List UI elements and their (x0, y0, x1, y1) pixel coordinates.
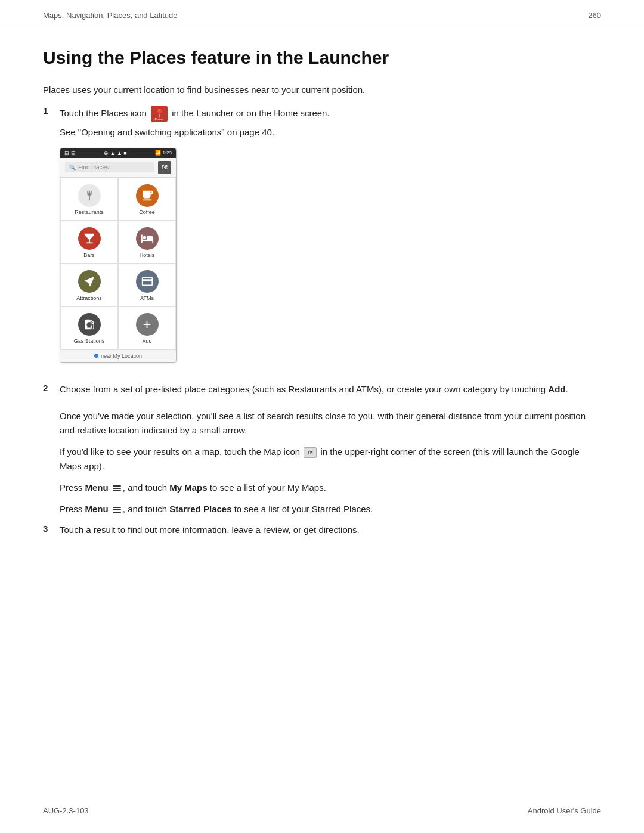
phone-status-bar: ⊟ ⊟ ⊕ ▲ ▲ ■ 📶 1:23 (60, 148, 176, 158)
search-placeholder: Find places (78, 164, 109, 171)
bars-label: Bars (83, 252, 95, 258)
step-3-content: Touch a result to find out more informat… (60, 524, 601, 541)
restaurants-label: Restaurants (75, 209, 104, 215)
grid-item-restaurants[interactable]: Restaurants (60, 178, 118, 221)
phone-search-input[interactable]: 🔍 Find places (65, 162, 154, 172)
step-2-text: Choose from a set of pre-listed place ca… (60, 383, 601, 397)
coffee-label: Coffee (139, 209, 154, 215)
step-2-para3: If you'd like to see your results on a m… (60, 445, 601, 473)
map-icon-inline: 🗺 (304, 447, 317, 458)
add-label: Add (142, 338, 151, 344)
restaurants-icon (78, 184, 101, 207)
atms-icon (136, 270, 159, 293)
step-1-content: Touch the Places icon in the Launcher or… (60, 106, 601, 373)
step-2: 2 Choose from a set of pre-listed place … (43, 383, 601, 400)
page-footer: AUG-2.3-103 Android User's Guide (0, 806, 644, 815)
search-icon: 🔍 (69, 165, 76, 171)
menu-label-2: Menu (85, 504, 109, 514)
near-location-text: near My Location (101, 353, 142, 359)
hotels-icon (136, 227, 159, 250)
add-icon: + (136, 313, 159, 336)
attractions-label: Attractions (76, 295, 102, 301)
menu-line-2: Press Menu , and touch Starred Places to… (60, 502, 601, 516)
step-1-text-before: Touch the Places icon (60, 108, 147, 118)
step-2-para2: Once you've made your selection, you'll … (60, 409, 601, 438)
phone-screenshot: ⊟ ⊟ ⊕ ▲ ▲ ■ 📶 1:23 🔍 Find places 🗺 (60, 148, 177, 363)
footer-left: AUG-2.3-103 (43, 806, 89, 815)
status-left: ⊟ ⊟ (64, 150, 76, 156)
atms-label: ATMs (140, 295, 154, 301)
main-title: Using the Places feature in the Launcher (43, 48, 601, 68)
page-content: Using the Places feature in the Launcher… (0, 48, 644, 541)
places-icon (151, 106, 168, 122)
coffee-icon (136, 184, 159, 207)
grid-item-bars[interactable]: Bars (60, 221, 118, 264)
step-number-3: 3 (43, 524, 60, 534)
bars-icon (78, 227, 101, 250)
phone-grid: Restaurants Coffee Bars (60, 178, 176, 349)
page-header: Maps, Navigation, Places, and Latitude 2… (0, 0, 644, 26)
grid-item-gas-stations[interactable]: Gas Stations (60, 306, 118, 349)
starred-places-label: Starred Places (169, 504, 231, 514)
grid-item-hotels[interactable]: Hotels (118, 221, 176, 264)
add-bold: Add (548, 384, 565, 394)
menu-icon-2 (113, 507, 121, 513)
gas-icon (78, 313, 101, 336)
step-1: 1 Touch the Places icon in the Launcher … (43, 106, 601, 373)
location-dot (94, 354, 98, 358)
step-3-text: Touch a result to find out more informat… (60, 524, 601, 537)
menu-icon-1 (113, 485, 121, 491)
menu-label-1: Menu (85, 482, 109, 493)
step-1-line: Touch the Places icon in the Launcher or… (60, 106, 601, 122)
phone-footer: near My Location (60, 349, 176, 362)
footer-right: Android User's Guide (528, 806, 601, 815)
grid-item-coffee[interactable]: Coffee (118, 178, 176, 221)
status-right: 📶 1:23 (155, 150, 172, 156)
step-2-content: Choose from a set of pre-listed place ca… (60, 383, 601, 400)
grid-item-atms[interactable]: ATMs (118, 264, 176, 306)
step-number-1: 1 (43, 106, 60, 116)
my-maps-label: My Maps (169, 482, 207, 493)
gas-stations-label: Gas Stations (74, 338, 105, 344)
menu-line-1: Press Menu , and touch My Maps to see a … (60, 481, 601, 495)
step-number-2: 2 (43, 383, 60, 393)
hotels-label: Hotels (140, 252, 155, 258)
para3-prefix: If you'd like to see your results on a m… (60, 447, 300, 457)
header-page-number: 260 (588, 11, 601, 20)
grid-item-attractions[interactable]: Attractions (60, 264, 118, 306)
step-3: 3 Touch a result to find out more inform… (43, 524, 601, 541)
intro-text: Places uses your current location to fin… (43, 85, 601, 95)
grid-item-add[interactable]: + Add (118, 306, 176, 349)
map-button[interactable]: 🗺 (158, 161, 171, 174)
status-center: ⊕ ▲ ▲ ■ (104, 150, 127, 156)
header-title: Maps, Navigation, Places, and Latitude (43, 11, 177, 20)
step-1-sub: See "Opening and switching applications"… (60, 126, 601, 140)
map-icon: 🗺 (162, 164, 168, 171)
attractions-icon (78, 270, 101, 293)
step-1-text-after: in the Launcher or on the Home screen. (172, 108, 329, 118)
phone-search-bar[interactable]: 🔍 Find places 🗺 (60, 158, 176, 178)
